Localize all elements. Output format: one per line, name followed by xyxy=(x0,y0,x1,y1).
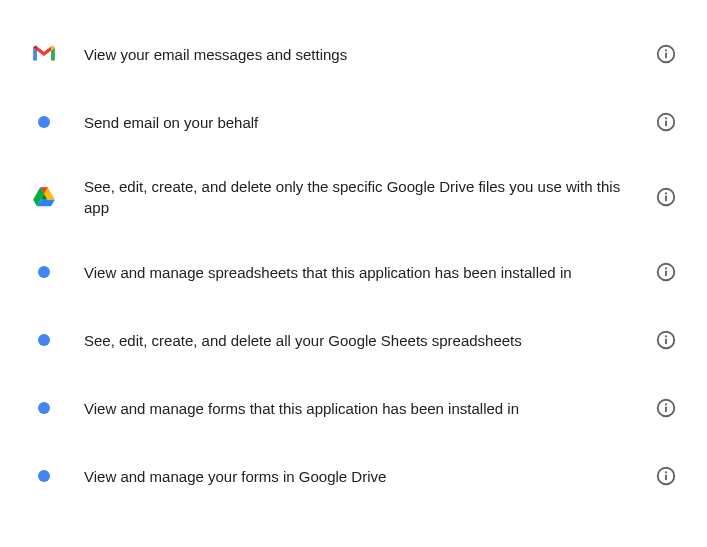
permission-text: View your email messages and settings xyxy=(84,44,629,65)
svg-point-1 xyxy=(665,49,667,51)
permission-text: Send email on your behalf xyxy=(84,112,629,133)
permission-text: View and manage your forms in Google Dri… xyxy=(84,466,629,487)
info-icon[interactable] xyxy=(655,397,677,419)
bullet-icon xyxy=(30,326,58,354)
permission-text: View and manage spreadsheets that this a… xyxy=(84,262,629,283)
svg-rect-20 xyxy=(665,475,667,481)
permission-item: View and manage forms that this applicat… xyxy=(30,374,677,442)
svg-point-16 xyxy=(665,403,667,405)
permission-item: Send email on your behalf xyxy=(30,88,677,156)
svg-point-7 xyxy=(665,192,667,194)
svg-rect-8 xyxy=(665,196,667,202)
svg-rect-5 xyxy=(665,121,667,127)
permission-text: View and manage forms that this applicat… xyxy=(84,398,629,419)
info-icon[interactable] xyxy=(655,186,677,208)
svg-point-13 xyxy=(665,335,667,337)
info-icon[interactable] xyxy=(655,261,677,283)
bullet-icon xyxy=(30,108,58,136)
permission-item: View and manage spreadsheets that this a… xyxy=(30,238,677,306)
permission-item: See, edit, create, and delete all your G… xyxy=(30,306,677,374)
info-icon[interactable] xyxy=(655,43,677,65)
svg-point-19 xyxy=(665,471,667,473)
svg-point-4 xyxy=(665,117,667,119)
gmail-icon xyxy=(30,40,58,68)
svg-rect-11 xyxy=(665,271,667,277)
bullet-icon xyxy=(30,394,58,422)
svg-point-10 xyxy=(665,267,667,269)
svg-rect-14 xyxy=(665,339,667,345)
bullet-icon xyxy=(30,258,58,286)
svg-rect-2 xyxy=(665,53,667,59)
info-icon[interactable] xyxy=(655,111,677,133)
info-icon[interactable] xyxy=(655,329,677,351)
permission-item: View and manage your forms in Google Dri… xyxy=(30,442,677,510)
permission-text: See, edit, create, and delete all your G… xyxy=(84,330,629,351)
info-icon[interactable] xyxy=(655,465,677,487)
drive-icon xyxy=(30,183,58,211)
svg-rect-17 xyxy=(665,407,667,413)
permission-item: See, edit, create, and delete only the s… xyxy=(30,156,677,238)
permission-item: View your email messages and settings xyxy=(30,20,677,88)
bullet-icon xyxy=(30,462,58,490)
permission-list: View your email messages and settings Se… xyxy=(30,20,677,510)
permission-text: See, edit, create, and delete only the s… xyxy=(84,176,629,218)
